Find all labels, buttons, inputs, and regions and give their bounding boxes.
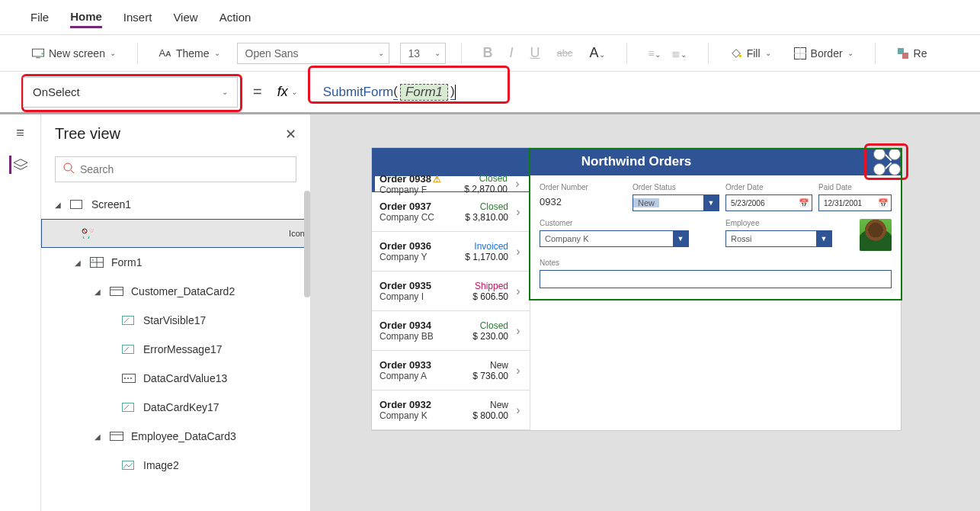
svg-line-13	[83, 230, 86, 233]
tree-node-form1[interactable]: ◢ Form1	[41, 248, 310, 277]
formula-fn: SubmitForm	[323, 85, 394, 100]
search-input[interactable]	[80, 163, 288, 175]
label-orderdate: Order Date	[725, 183, 812, 191]
gallery-item[interactable]: Order 0934Company BBClosed$ 230.00›	[372, 311, 530, 351]
order-number: Order 0934	[380, 320, 431, 331]
svg-rect-11	[71, 201, 82, 209]
theme-button[interactable]: Aᴀ Theme ⌄	[153, 35, 226, 71]
collapse-icon[interactable]: ◢	[94, 288, 104, 296]
formula-arg: Form1	[400, 84, 448, 101]
selection-handle[interactable]	[889, 163, 901, 175]
employee-select[interactable]: Rossi▼	[725, 230, 832, 247]
formula-input[interactable]: SubmitForm ( Form1 )	[308, 84, 965, 101]
tree-node-datacardkey[interactable]: DataCardKey17	[41, 393, 310, 422]
gallery-item[interactable]: Order 0938⚠Company FClosed$ 2,870.00›	[372, 175, 530, 192]
label-ordernum: Order Number	[540, 183, 626, 191]
order-number: Order 0933	[380, 359, 431, 371]
customer-value: Company K	[540, 234, 593, 243]
new-screen-button[interactable]: + New screen ⌄	[26, 35, 122, 71]
svg-text:♡: ♡	[89, 228, 94, 233]
tree-label: DataCardKey17	[143, 401, 219, 413]
orderdate-input[interactable]: 5/23/2006📅	[725, 194, 812, 211]
customer-select[interactable]: Company K▼	[540, 230, 689, 247]
app-preview: Northwind Orders Order 0938⚠Company FClo…	[372, 148, 901, 430]
collapse-icon[interactable]: ◢	[94, 432, 104, 441]
image-icon	[122, 461, 137, 470]
fx-button[interactable]: fx ⌄	[277, 84, 297, 100]
text-cursor	[455, 85, 456, 100]
border-icon	[794, 47, 806, 59]
chevron-right-icon: ›	[513, 284, 524, 298]
order-status: Closed	[465, 201, 508, 212]
datacard-icon	[110, 287, 125, 296]
menu-insert[interactable]: Insert	[123, 8, 152, 27]
tree-label: Employee_DataCard3	[131, 430, 236, 442]
selection-handle[interactable]	[873, 163, 886, 175]
gallery-item[interactable]: Order 0935Company IShipped$ 606.50›	[372, 272, 530, 311]
chevron-right-icon: ›	[513, 403, 524, 417]
border-button[interactable]: Border ⌄	[788, 35, 860, 71]
fontcolor-button[interactable]: A⌄	[589, 45, 604, 61]
menu-view[interactable]: View	[173, 8, 197, 27]
notes-input[interactable]	[540, 270, 892, 288]
tree-search[interactable]	[55, 156, 296, 182]
reorder-button[interactable]: Re	[891, 35, 934, 71]
gallery-item[interactable]: Order 0936Company YInvoiced$ 1,170.00›	[372, 232, 530, 272]
tree-scrollbar[interactable]	[304, 191, 310, 297]
tree-node-customer-datacard[interactable]: ◢ Customer_DataCard2	[41, 277, 310, 306]
tree-node-starvisible[interactable]: StarVisible17	[41, 306, 310, 335]
status-select[interactable]: New▼	[633, 194, 719, 211]
orders-gallery[interactable]: Order 0938⚠Company FClosed$ 2,870.00›Ord…	[372, 175, 530, 430]
chevron-right-icon: ›	[513, 205, 524, 219]
tree-node-employee-datacard[interactable]: ◢ Employee_DataCard3	[41, 422, 310, 451]
order-number: Order 0932	[380, 399, 431, 410]
save-icon-selected[interactable]	[869, 143, 905, 180]
selection-handle[interactable]	[873, 148, 886, 160]
fontsize-value: 13	[408, 47, 421, 59]
tree-node-errormessage[interactable]: ErrorMessage17	[41, 335, 310, 364]
chevron-down-icon: ⌄	[765, 49, 771, 57]
orderdate-value: 5/23/2006	[726, 199, 770, 207]
align-button[interactable]: ≡⌄	[649, 47, 661, 59]
collapse-icon[interactable]: ◢	[75, 259, 84, 267]
underline-button[interactable]: U	[530, 45, 540, 61]
order-amount: $ 3,810.00	[465, 212, 508, 223]
hamburger-icon[interactable]: ≡	[11, 124, 30, 142]
gallery-item[interactable]: Order 0932Company KNew$ 800.00›	[372, 390, 530, 430]
svg-point-3	[738, 54, 741, 57]
menu-home[interactable]: Home	[70, 7, 102, 28]
chevron-right-icon: ›	[513, 245, 524, 259]
selection-handle[interactable]	[889, 148, 901, 160]
fill-label: Fill	[747, 47, 761, 59]
bold-button[interactable]: B	[483, 45, 493, 61]
fill-button[interactable]: Fill ⌄	[724, 35, 777, 71]
tree-node-icon1[interactable]: ♡ Icon1	[41, 219, 310, 248]
menu-action[interactable]: Action	[219, 8, 251, 27]
menu-file[interactable]: File	[30, 8, 49, 27]
collapse-icon[interactable]: ◢	[55, 201, 64, 209]
order-number: Order 0936	[380, 240, 431, 252]
valign-button[interactable]: ≣⌄	[671, 47, 687, 59]
svg-point-27	[127, 378, 129, 379]
warning-icon: ⚠	[433, 174, 441, 185]
tree-node-screen1[interactable]: ◢ Screen1	[41, 190, 310, 219]
font-select[interactable]: Open Sans ⌄	[237, 43, 389, 64]
fontsize-select[interactable]: 13 ⌄	[400, 43, 446, 64]
gallery-item[interactable]: Order 0933Company ANew$ 736.00›	[372, 351, 530, 390]
tree-node-datacardvalue[interactable]: DataCardValue13	[41, 364, 310, 393]
label-status: Order Status	[633, 183, 719, 191]
gallery-item[interactable]: Order 0937Company CCClosed$ 3,810.00›	[372, 192, 530, 232]
border-label: Border	[811, 47, 843, 59]
tree-node-image2[interactable]: Image2	[41, 451, 310, 480]
svg-point-9	[64, 163, 72, 171]
svg-rect-8	[902, 53, 908, 59]
italic-button[interactable]: I	[510, 45, 514, 61]
strike-button[interactable]: abc	[557, 47, 573, 59]
label-employee: Employee	[725, 219, 812, 227]
chevron-down-icon: ⌄	[291, 88, 297, 96]
layers-icon[interactable]	[9, 156, 27, 174]
order-number: Order 0938	[380, 173, 431, 185]
paiddate-input[interactable]: 12/31/2001📅	[818, 194, 892, 211]
property-select[interactable]: OnSelect ⌄	[23, 77, 238, 108]
close-icon[interactable]: ✕	[285, 126, 296, 143]
